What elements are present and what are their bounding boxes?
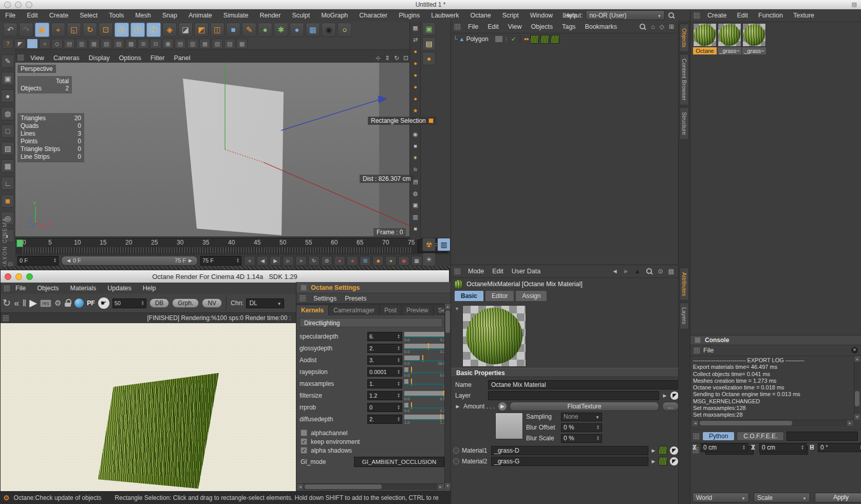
render-region-icon[interactable]: ◩ xyxy=(194,23,209,37)
attribute-side-tab[interactable]: Layers xyxy=(680,303,689,329)
toggle-view-icon[interactable]: ⊡ xyxy=(403,54,408,62)
undo-icon[interactable]: ↶ xyxy=(3,23,17,37)
pen-icon[interactable]: ✎ xyxy=(1,54,14,68)
mode-grid-icon[interactable]: ⊞ xyxy=(138,39,149,49)
hand-tool-icon[interactable]: ☛ xyxy=(98,297,109,309)
gi-mode-button[interactable]: GI_AMBIENT_OCCLUSION xyxy=(354,457,444,467)
end-frame-field[interactable]: 75 F xyxy=(200,256,241,266)
eye-icon[interactable]: ◇ xyxy=(660,23,664,30)
search-icon[interactable] xyxy=(646,268,653,275)
phong-tag-icon[interactable]: ●● xyxy=(524,36,529,42)
tag-icon[interactable]: ■ xyxy=(411,225,420,233)
target-icon[interactable]: ⊙ xyxy=(658,268,663,275)
octane-window-titlebar[interactable]: Octane Render For Cinema 4D 1.14a SDK 1.… xyxy=(1,270,449,283)
samples-field[interactable]: 50 xyxy=(113,298,146,308)
expand-arrow-icon[interactable]: ▶ xyxy=(651,448,656,453)
expand-arrow-icon[interactable]: ▶ xyxy=(651,459,656,464)
setting-histogram[interactable]: 1.01.7 xyxy=(404,414,445,424)
setting-value-field[interactable]: 1.2 xyxy=(367,391,402,400)
object-manager-menu-item[interactable]: Objects xyxy=(531,23,553,30)
tag-sphere-icon[interactable]: ● xyxy=(411,47,420,55)
attribute-side-tab[interactable]: Attributes xyxy=(680,268,689,301)
tag-sphere-icon[interactable]: ● xyxy=(411,83,420,91)
more-button[interactable]: ... xyxy=(662,402,679,411)
spline-pen-icon[interactable]: ✎ xyxy=(242,23,256,37)
layer-field[interactable] xyxy=(488,391,659,400)
autokey-icon[interactable]: ● xyxy=(385,256,397,266)
setting-value-field[interactable]: 2. xyxy=(367,344,402,353)
apply-button[interactable]: Apply xyxy=(815,493,861,502)
render-view-icon[interactable]: ◪ xyxy=(178,23,193,37)
render-settings-gear-icon[interactable]: ⚙ xyxy=(54,295,61,311)
help-icon[interactable]: ? xyxy=(2,39,13,49)
tag-sphere-icon[interactable]: ● xyxy=(411,71,420,79)
lock-icon[interactable] xyxy=(64,299,71,307)
frame-range-slider[interactable]: ◄ 0 F75 F ► xyxy=(61,256,198,266)
object-manager-menu-item[interactable]: View xyxy=(508,23,522,30)
record-icon[interactable]: ● xyxy=(347,256,358,266)
menu-item[interactable]: Sculpt xyxy=(292,12,310,19)
sampling-dropdown[interactable]: None xyxy=(561,413,602,421)
circle-arrow-icon[interactable]: ▶ xyxy=(498,402,507,410)
camera-icon[interactable]: ◉ xyxy=(322,23,336,37)
floor-grid-icon[interactable]: ▦ xyxy=(306,23,320,37)
cursor-icon[interactable]: ◤ xyxy=(14,39,26,49)
disclosure-icon[interactable]: ▶ xyxy=(455,404,460,409)
tag-icon[interactable]: ▥ xyxy=(411,213,420,221)
setting-value-field[interactable]: 3. xyxy=(367,356,402,365)
menu-item[interactable]: Edit xyxy=(27,12,38,19)
keyframe-icon[interactable]: ⊞ xyxy=(360,256,371,266)
fx-tag-icon[interactable]: fx xyxy=(411,165,420,174)
grid-sphere-icon[interactable]: ◍ xyxy=(1,107,14,120)
autokey-icon[interactable]: ◉ xyxy=(398,256,409,266)
search-icon[interactable] xyxy=(668,12,675,19)
history-forward-icon[interactable]: ► xyxy=(623,268,629,275)
pan-view-icon[interactable]: ⊹ xyxy=(376,54,381,62)
goto-start-icon[interactable]: « xyxy=(14,295,20,311)
kernel-section-header[interactable]: Directlighting xyxy=(300,318,442,327)
drag-handle-icon[interactable] xyxy=(694,347,700,354)
light-tag-icon[interactable]: ☀ xyxy=(411,154,420,162)
channel-dropdown[interactable]: DL xyxy=(246,298,284,308)
material2-radio[interactable] xyxy=(453,458,459,464)
start-frame-field[interactable]: 0 F xyxy=(17,256,59,266)
mode-grid-icon[interactable]: ⊟ xyxy=(150,39,161,49)
primitive-cube-icon[interactable]: ■ xyxy=(226,23,240,37)
goto-start-icon[interactable]: « xyxy=(244,256,255,266)
material1-field[interactable]: _grass-D xyxy=(491,446,648,455)
lasso-icon[interactable]: ○ xyxy=(39,39,50,49)
swap-arrows-icon[interactable]: ⇄ xyxy=(411,35,420,44)
light-icon[interactable]: ○ xyxy=(338,23,352,37)
move-tool-icon[interactable]: + xyxy=(51,23,65,37)
keyframe-icon[interactable]: ■ xyxy=(372,256,384,266)
texture-preview-square[interactable] xyxy=(495,413,523,439)
object-name[interactable]: Polygon xyxy=(466,35,488,43)
sphere-mode-icon[interactable]: ● xyxy=(1,89,14,103)
setting-histogram[interactable]: 3 xyxy=(404,379,445,389)
object-manager-menu-item[interactable]: Edit xyxy=(488,23,499,30)
layer-chip-icon[interactable] xyxy=(495,36,502,42)
menu-item[interactable]: Window xyxy=(530,12,553,19)
blur-offset-field[interactable]: 0 % xyxy=(561,423,602,432)
float-texture-button[interactable]: FloatTexture xyxy=(510,402,659,411)
edges-mode-icon[interactable]: ▧ xyxy=(1,142,14,155)
mode-grid-icon[interactable]: ▦ xyxy=(199,39,211,49)
axis-mode-icon[interactable]: ∟ xyxy=(1,177,14,190)
position-field[interactable]: 0 cm xyxy=(701,443,748,452)
add-panel-icon[interactable]: ⊞ xyxy=(669,23,674,30)
attribute-tab[interactable]: Assign xyxy=(515,290,547,302)
octane-menu-item[interactable]: Updates xyxy=(107,285,132,292)
z-axis-lock-icon[interactable]: Ⓩ xyxy=(146,23,161,37)
tag-sphere-icon[interactable]: ● xyxy=(411,95,420,103)
menu-item[interactable]: Character xyxy=(359,12,387,19)
setting-value-field[interactable]: 0 xyxy=(367,403,402,412)
mode-grid-icon[interactable]: ▤ xyxy=(175,39,186,49)
octane-menu-item[interactable]: Help xyxy=(143,285,156,292)
metaball-icon[interactable]: ● xyxy=(290,23,304,37)
pick-cursor-icon[interactable]: ◤ xyxy=(670,457,678,465)
search-icon[interactable] xyxy=(639,23,646,30)
checkbox-row[interactable]: alpha shadows xyxy=(301,446,444,455)
home-icon[interactable]: ⌂ xyxy=(651,23,654,30)
tag-icon[interactable]: ▣ xyxy=(411,201,420,209)
perspective-viewport[interactable]: Perspective Total Objects2 Triangles20Qu… xyxy=(15,63,409,236)
